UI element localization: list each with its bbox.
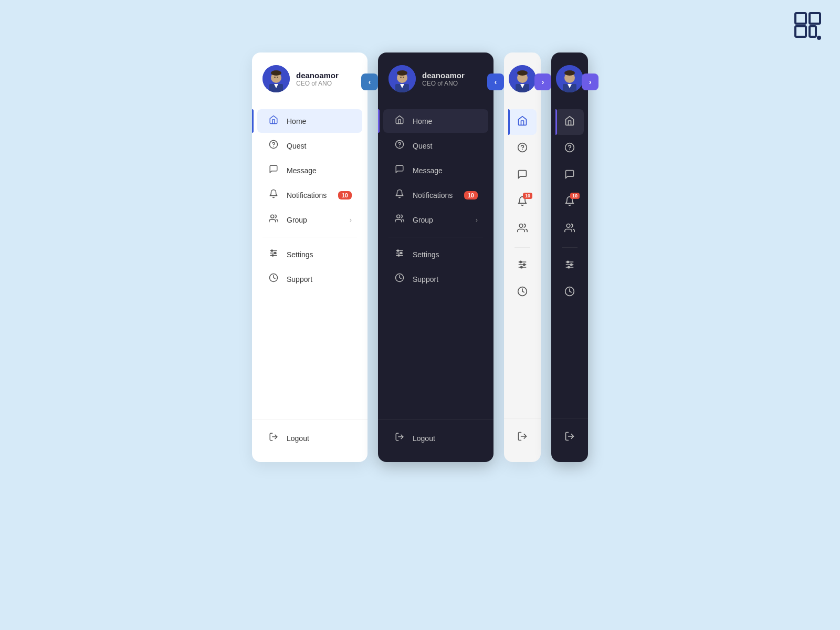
nav-item-quest-3[interactable] xyxy=(508,136,537,162)
message-icon-4 xyxy=(564,169,575,182)
bottom-section-4 xyxy=(551,418,588,462)
nav-item-quest-4[interactable] xyxy=(555,136,584,162)
svg-point-45 xyxy=(517,70,528,76)
message-label-2: Message xyxy=(413,166,478,175)
svg-rect-28 xyxy=(400,77,402,78)
logout-button-2[interactable]: Logout xyxy=(383,426,488,450)
nav-item-group-4[interactable] xyxy=(555,216,584,242)
nav-item-home-4[interactable] xyxy=(555,109,584,135)
nav-item-settings-2[interactable]: Settings xyxy=(383,243,488,266)
nav-item-support-3[interactable] xyxy=(508,280,537,306)
support-icon-3 xyxy=(517,286,528,299)
profile-info-2: deanoamor CEO of ANO xyxy=(422,71,465,87)
nav-item-message-4[interactable] xyxy=(555,163,584,188)
message-label-1: Message xyxy=(287,166,352,175)
profile-section-1: deanoamor CEO of ANO xyxy=(252,52,368,103)
group-label-1: Group xyxy=(287,216,342,224)
sidebar-1-wrapper: deanoamor CEO of ANO Home xyxy=(252,52,368,462)
nav-item-settings-1[interactable]: Settings xyxy=(257,243,362,266)
message-icon-2 xyxy=(394,164,405,176)
nav-item-notifications-1[interactable]: Notifications 10 xyxy=(257,183,362,207)
svg-point-37 xyxy=(401,253,402,254)
nav-section-3: 10 xyxy=(504,103,541,418)
nav-item-quest-2[interactable]: Quest xyxy=(383,134,488,158)
notifications-badge-4: 10 xyxy=(570,193,580,199)
notifications-label-1: Notifications xyxy=(287,191,331,200)
svg-point-48 xyxy=(519,224,523,228)
nav-item-home-3[interactable] xyxy=(508,109,537,135)
group-label-2: Group xyxy=(413,216,468,224)
svg-rect-0 xyxy=(795,13,806,24)
nav-item-notifications-4[interactable]: 10 xyxy=(555,190,584,215)
toggle-btn-2[interactable]: ‹ xyxy=(487,74,504,90)
avatar-4 xyxy=(556,65,583,92)
nav-item-quest-1[interactable]: Quest xyxy=(257,134,362,158)
logout-button-1[interactable]: Logout xyxy=(257,426,362,450)
toggle-btn-4[interactable]: › xyxy=(582,74,598,90)
profile-name-2: deanoamor xyxy=(422,71,465,80)
sidebar-4: 10 xyxy=(551,52,588,462)
quest-label-2: Quest xyxy=(413,142,478,150)
nav-item-group-2[interactable]: Group › xyxy=(383,208,488,232)
sidebars-container: deanoamor CEO of ANO Home xyxy=(0,0,840,462)
settings-icon-3 xyxy=(517,259,528,272)
nav-item-message-3[interactable] xyxy=(508,163,537,188)
notifications-badge-3: 10 xyxy=(523,193,532,199)
group-chevron-1: › xyxy=(350,216,352,224)
nav-divider-4 xyxy=(562,247,578,248)
nav-item-message-2[interactable]: Message xyxy=(383,159,488,182)
svg-rect-11 xyxy=(277,77,278,78)
nav-item-home-1[interactable]: Home xyxy=(257,109,362,133)
nav-item-settings-3[interactable] xyxy=(508,253,537,279)
settings-label-1: Settings xyxy=(287,250,352,259)
logout-icon-1 xyxy=(268,432,279,444)
nav-item-support-1[interactable]: Support xyxy=(257,267,362,291)
svg-point-70 xyxy=(568,266,570,268)
logout-button-3[interactable] xyxy=(509,425,536,450)
sidebar-2: deanoamor CEO of ANO Home xyxy=(378,52,494,462)
bottom-section-2: Logout xyxy=(378,419,494,462)
sidebar-1: deanoamor CEO of ANO Home xyxy=(252,52,368,462)
nav-item-support-2[interactable]: Support xyxy=(383,267,488,291)
nav-item-notifications-3[interactable]: 10 xyxy=(508,190,537,215)
group-chevron-2: › xyxy=(476,216,478,224)
profile-section-2: deanoamor CEO of ANO xyxy=(378,52,494,103)
svg-rect-3 xyxy=(810,26,816,37)
logo xyxy=(793,10,824,52)
nav-item-support-4[interactable] xyxy=(555,280,584,306)
nav-item-notifications-2[interactable]: Notifications 10 xyxy=(383,183,488,207)
nav-divider-3 xyxy=(514,247,530,248)
home-icon-2 xyxy=(394,115,405,127)
toggle-btn-1[interactable]: ‹ xyxy=(361,74,378,90)
svg-point-9 xyxy=(271,70,281,76)
avatar-2 xyxy=(388,65,416,92)
svg-point-53 xyxy=(523,264,525,265)
nav-divider-2 xyxy=(388,237,483,237)
quest-label-1: Quest xyxy=(287,142,352,150)
svg-point-20 xyxy=(272,255,274,256)
home-icon-1 xyxy=(268,115,279,127)
settings-label-2: Settings xyxy=(413,250,478,259)
support-icon-1 xyxy=(268,273,279,285)
svg-point-18 xyxy=(271,250,273,251)
nav-item-group-1[interactable]: Group › xyxy=(257,208,362,232)
svg-point-54 xyxy=(521,266,522,268)
notifications-badge-2: 10 xyxy=(464,191,478,200)
nav-item-home-2[interactable]: Home xyxy=(383,109,488,133)
bell-icon-1 xyxy=(268,189,279,201)
sidebar-4-wrapper: 10 xyxy=(551,52,588,462)
support-icon-4 xyxy=(564,286,575,299)
svg-rect-2 xyxy=(810,13,820,24)
support-label-2: Support xyxy=(413,275,478,284)
notifications-badge-1: 10 xyxy=(338,191,352,200)
logout-button-4[interactable] xyxy=(556,425,583,450)
nav-item-group-3[interactable] xyxy=(508,216,537,242)
nav-item-settings-4[interactable] xyxy=(555,253,584,279)
svg-point-69 xyxy=(571,264,572,265)
logout-label-2: Logout xyxy=(413,434,478,443)
nav-item-message-1[interactable]: Message xyxy=(257,159,362,182)
toggle-btn-3[interactable]: › xyxy=(534,74,551,90)
logout-label-1: Logout xyxy=(287,434,352,443)
settings-icon-1 xyxy=(268,248,279,260)
nav-section-1: Home Quest xyxy=(252,103,368,419)
